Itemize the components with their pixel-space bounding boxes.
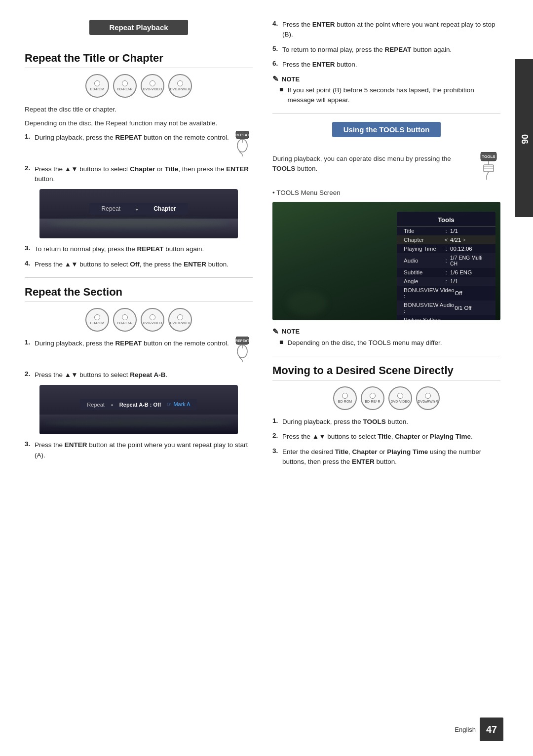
disc-icon-dvdvideo-2: DVD-VIDEO xyxy=(141,308,164,332)
repeat-section-step2: 2. Press the ▲▼ buttons to select Repeat… xyxy=(25,370,253,380)
tools-menu-screen: Tools Title : 1/1 Chapter < 4/21 > Pl xyxy=(272,202,500,320)
note-bullet-1: ■ xyxy=(279,85,283,106)
disc-icon-bdrer: BD-RE/-R xyxy=(113,74,137,98)
left-column: Repeat Playback Repeat the Title or Chap… xyxy=(25,20,267,472)
divider-2 xyxy=(272,113,500,114)
tools-remote-icon: TOOLS xyxy=(477,152,500,180)
divider-1 xyxy=(25,277,253,278)
note-text-1: If you set point (B) before 5 seconds ha… xyxy=(287,85,500,106)
note-item-2: ■ Depending on the disc, the TOOLS menu … xyxy=(279,338,500,348)
step-2-repeat-title: 2. Press the ▲▼ buttons to select Chapte… xyxy=(25,164,253,185)
step-1-num: 1. xyxy=(25,133,35,140)
repeat-section-step3: 3. Press the ENTER button at the point w… xyxy=(25,440,253,460)
tools-row-angle: Angle : 1/1 xyxy=(397,277,495,286)
repeat-playback-header: Repeat Playback xyxy=(89,20,188,35)
moving-step-3: 3. Enter the desired Title, Chapter or P… xyxy=(272,447,500,467)
tools-menu: Tools Title : 1/1 Chapter < 4/21 > Pl xyxy=(397,212,495,320)
moving-scene-heading: Moving to a Desired Scene Directly xyxy=(272,364,500,380)
tools-row-bonusview-audio: BONUSVIEW Audio : 0/1 Off xyxy=(397,301,495,315)
step-1-repeat-title: 1. During playback, press the REPEAT but… xyxy=(25,133,253,159)
tools-row-chapter: Chapter < 4/21 > xyxy=(397,235,495,244)
step-4-num: 4. xyxy=(25,260,35,267)
disc-icon-dvdrw-3: DVD±RW/±R xyxy=(416,386,440,410)
disc-icons-moving-scene: BD-ROM BD-RE/-R DVD-VIDEO DVD±RW/±R xyxy=(272,386,500,410)
page-language: English xyxy=(455,726,476,733)
tools-intro-row: During playback, you can operate disc me… xyxy=(272,154,500,181)
tools-button: TOOLS xyxy=(477,152,500,181)
note-icon-1: ✎ xyxy=(272,75,279,83)
chapter-menu-screen-capture: Repeat ⬥ Chapter xyxy=(39,189,238,238)
tools-row-title: Title : 1/1 xyxy=(397,227,495,235)
step-2-num: 2. xyxy=(25,164,35,172)
step-1-text: During playback, press the REPEAT button… xyxy=(35,133,253,159)
tools-row-audio: Audio : 1/7 ENG Multi CH xyxy=(397,253,495,268)
disc-icon-bdrer-3: BD-RE/-R xyxy=(361,386,384,410)
note-title-2: ✎ NOTE xyxy=(272,327,500,336)
ab-repeat-screen-capture: Repeat ⬥ Repeat A-B : Off ☞ Mark A xyxy=(39,385,238,434)
note-item-1: ■ If you set point (B) before 5 seconds … xyxy=(279,85,500,106)
tools-row-playing-time: Playing Time : 00:12:06 xyxy=(397,244,495,253)
tools-menu-screen-label: • TOOLS Menu Screen xyxy=(272,188,500,198)
repeat-remote-icon-2: REPEAT xyxy=(232,337,253,362)
right-step-4: 4. Press the ENTER button at the point w… xyxy=(272,20,500,40)
note-label-1: NOTE xyxy=(282,76,300,83)
step-3-text: To return to normal play, press the REPE… xyxy=(35,244,253,254)
disc-icon-bdrer-2: BD-RE/-R xyxy=(113,308,137,332)
step-4-text: Press the ▲▼ buttons to select Off, the … xyxy=(35,260,253,269)
tools-row-bonusview-video: BONUSVIEW Video : Off xyxy=(397,286,495,301)
tools-row-picture-setting: Picture Setting xyxy=(397,315,495,320)
note-title-1: ✎ NOTE xyxy=(272,75,500,83)
note-icon-2: ✎ xyxy=(272,327,279,336)
svg-line-18 xyxy=(487,172,489,176)
repeat-remote-icon: REPEAT xyxy=(232,131,253,156)
step-2-text: Press the ▲▼ buttons to select Chapter o… xyxy=(35,164,253,185)
moving-step-2: 2. Press the ▲▼ buttons to select Title,… xyxy=(272,432,500,442)
note-box-2: ✎ NOTE ■ Depending on the disc, the TOOL… xyxy=(272,327,500,348)
svg-text:TOOLS: TOOLS xyxy=(482,154,495,159)
disc-icons-row: BD-ROM BD-RE/-R DVD-VIDEO DVD±RW/±R xyxy=(25,74,253,98)
disc-icon-bdrom-2: BD-ROM xyxy=(85,308,109,332)
repeat-disc-intro2: Depending on the disc, the Repeat functi… xyxy=(25,118,253,128)
tools-row-subtitle: Subtitle : 1/6 ENG xyxy=(397,268,495,277)
note-label-2: NOTE xyxy=(282,328,300,335)
tools-menu-title: Tools xyxy=(397,214,495,227)
disc-icon-bdrom: BD-ROM xyxy=(85,74,109,98)
side-tab: 06 Basic Functions xyxy=(515,59,533,217)
step-3-repeat-title: 3. To return to normal play, press the R… xyxy=(25,244,253,254)
tools-section-header: Using the TOOLS button xyxy=(332,122,441,137)
step-4-repeat-title: 4. Press the ▲▼ buttons to select Off, t… xyxy=(25,260,253,269)
chapter-number: 06 xyxy=(519,134,530,144)
step-3-num: 3. xyxy=(25,244,35,252)
note-text-2: Depending on the disc, the TOOLS menu ma… xyxy=(287,338,442,348)
disc-icon-dvdrw-2: DVD±RW/±R xyxy=(168,308,192,332)
tools-section-header-container: Using the TOOLS button xyxy=(272,122,500,146)
moving-step-1: 1. During playback, press the TOOLS butt… xyxy=(272,417,500,427)
right-step-5: 5. To return to normal play, press the R… xyxy=(272,45,500,55)
right-step-6: 6. Press the ENTER button. xyxy=(272,60,500,70)
repeat-title-chapter-heading: Repeat the Title or Chapter xyxy=(25,52,253,68)
repeat-disc-intro1: Repeat the disc title or chapter. xyxy=(25,105,253,114)
note-box-1: ✎ NOTE ■ If you set point (B) before 5 s… xyxy=(272,75,500,106)
svg-text:REPEAT: REPEAT xyxy=(235,339,250,342)
repeat-section-step1: 1. During playback, press the REPEAT but… xyxy=(25,339,253,365)
repeat-button-1: REPEAT xyxy=(232,131,253,159)
right-column: 4. Press the ENTER button at the point w… xyxy=(267,20,500,472)
page-number: 47 xyxy=(480,718,503,741)
repeat-playback-section: Repeat Playback xyxy=(25,20,253,44)
tools-intro-text: During playback, you can operate disc me… xyxy=(272,154,470,174)
disc-icons-repeat-section: BD-ROM BD-RE/-R DVD-VIDEO DVD±RW/±R xyxy=(25,308,253,332)
disc-icon-dvdvideo-3: DVD-VIDEO xyxy=(388,386,412,410)
divider-3 xyxy=(272,356,500,356)
repeat-section-heading: Repeat the Section xyxy=(25,286,253,302)
svg-text:REPEAT: REPEAT xyxy=(235,133,250,137)
page-number-area: English 47 xyxy=(455,718,503,741)
disc-icon-bdrom-3: BD-ROM xyxy=(333,386,357,410)
note-bullet-2: ■ xyxy=(279,338,283,348)
repeat-button-2: REPEAT xyxy=(232,337,253,365)
disc-icon-dvdrw: DVD±RW/±R xyxy=(168,74,192,98)
disc-icon-dvdvideo: DVD-VIDEO xyxy=(141,74,164,98)
tools-menu-table: Tools Title : 1/1 Chapter < 4/21 > Pl xyxy=(397,212,495,320)
